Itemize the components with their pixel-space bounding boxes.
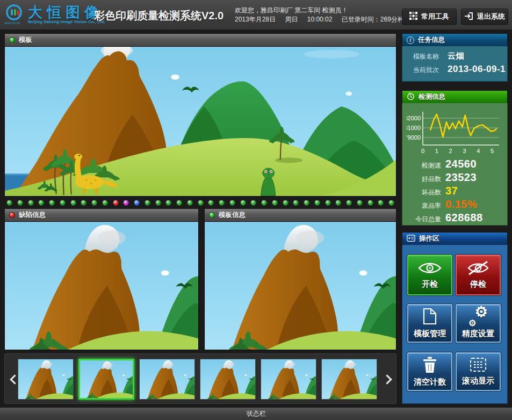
indicator-dot — [229, 200, 235, 206]
template-panel-header: 模板 — [4, 33, 396, 46]
stop-inspection-label: 停检 — [470, 279, 486, 289]
filmstrip-thumbnail[interactable] — [78, 359, 134, 400]
clear-count-label: 清空计数 — [414, 377, 446, 387]
defect-image — [4, 221, 199, 350]
operations-panel-header: 操作区 — [402, 232, 508, 245]
stat-value: 0.15% — [445, 198, 477, 211]
detect-info-body: 820008100079000012345 检测速 24560 好品数 2352… — [402, 103, 508, 226]
login-duration-text: 已登录时间：269分种 — [342, 16, 404, 23]
id-card-icon — [407, 235, 415, 243]
exit-system-button[interactable]: 退出系统 — [461, 9, 508, 25]
batch-value: 2013-06-09-1 — [448, 64, 506, 75]
filmstrip-thumbnail[interactable] — [200, 359, 256, 400]
logo-mark-text: IMAVISION — [4, 21, 20, 25]
indicator-dot — [123, 200, 129, 206]
status-bar: 状态栏 — [0, 407, 512, 420]
defect-panel-title: 缺陷信息 — [19, 211, 46, 220]
scroll-display-button[interactable]: 滚动显示 — [456, 352, 501, 391]
page-title: 彩色印刷质量检测系统V2.0 — [94, 9, 223, 23]
filmstrip-thumbnail[interactable] — [261, 359, 316, 400]
stop-inspection-button[interactable]: 停检 — [456, 255, 501, 295]
clear-count-button[interactable]: 清空计数 — [407, 352, 452, 391]
green-status-orb-icon — [9, 37, 15, 43]
indicator-dot — [293, 200, 299, 206]
indicator-dot — [272, 200, 278, 206]
stat-label: 好品数 — [402, 175, 441, 184]
indicator-dot — [113, 200, 119, 206]
common-tools-button[interactable]: 常用工具 — [402, 9, 457, 25]
speed-line-chart: 820008100079000012345 — [407, 107, 504, 158]
indicator-dot — [367, 200, 373, 206]
operations-title: 操作区 — [419, 234, 439, 243]
grid-icon — [409, 12, 417, 21]
batch-label: 当前批次 — [413, 66, 443, 75]
template-image — [4, 46, 396, 197]
indicator-dot — [176, 200, 182, 206]
filmstrip-thumbnail[interactable] — [139, 359, 195, 400]
eye-icon — [417, 260, 442, 277]
filmstrip-thumbnail[interactable] — [18, 359, 74, 400]
stat-label: 检测速 — [402, 161, 441, 170]
red-status-orb-icon — [9, 212, 15, 218]
indicator-dot — [325, 200, 331, 206]
indicator-dot — [134, 200, 140, 206]
date-text: 2013年月28日 — [235, 16, 276, 23]
scroll-right-chevron-icon[interactable] — [382, 374, 392, 384]
indicator-dot — [208, 200, 214, 206]
detect-stats: 检测速 24560 好品数 23523 坏品数 37 废品率 0.15% 今日总… — [402, 158, 508, 225]
green-status-orb-icon — [209, 212, 215, 218]
template-info-panel-header: 模板信息 — [204, 208, 396, 221]
scroll-display-label: 滚动显示 — [462, 376, 494, 386]
daheng-logo-icon: IMAVISION — [4, 4, 25, 25]
svg-text:79000: 79000 — [407, 134, 421, 141]
indicator-dots — [4, 197, 396, 208]
logout-icon — [464, 12, 473, 22]
indicator-dot — [49, 200, 55, 206]
task-info-body: 模板名称 云烟 当前批次 2013-06-09-1 — [402, 46, 508, 82]
indicator-dot — [102, 200, 108, 206]
indicator-dot — [335, 200, 341, 206]
svg-text:5: 5 — [491, 148, 494, 154]
common-tools-label: 常用工具 — [421, 12, 449, 21]
stat-value: 24560 — [445, 158, 477, 170]
template-info-image — [204, 221, 396, 350]
template-panel-title: 模板 — [19, 35, 32, 45]
stat-row: 检测速 24560 — [402, 158, 508, 171]
svg-text:0: 0 — [421, 148, 424, 154]
eye-off-icon — [466, 260, 491, 277]
indicator-dot — [81, 200, 86, 206]
indicator-dot — [283, 200, 289, 206]
detect-info-title: 检测信息 — [419, 92, 445, 102]
precision-settings-button[interactable]: ⚙⚙ 精度设置 — [456, 304, 501, 343]
indicator-dot — [17, 200, 23, 206]
svg-text:82000: 82000 — [407, 115, 421, 121]
document-icon — [422, 308, 438, 327]
precision-settings-label: 精度设置 — [462, 329, 494, 339]
indicator-dot — [155, 200, 161, 206]
status-bar-label: 状态栏 — [247, 409, 266, 418]
indicator-dot — [250, 200, 256, 206]
gears-icon: ⚙⚙ — [468, 308, 488, 327]
operations-body: 开检 停检 模板管理 ⚙⚙ — [402, 245, 508, 404]
stat-row: 好品数 23523 — [402, 171, 508, 185]
filmstrip-thumbnail[interactable] — [321, 359, 377, 400]
svg-text:4: 4 — [477, 148, 480, 154]
indicator-dot — [219, 200, 225, 206]
stat-value: 23523 — [445, 171, 477, 184]
indicator-dot — [38, 200, 44, 206]
template-manage-label: 模板管理 — [414, 329, 446, 339]
svg-text:1: 1 — [435, 148, 438, 154]
template-info-panel-title: 模板信息 — [219, 211, 246, 220]
indicator-dot — [145, 200, 150, 206]
task-info-panel-header: i 任务信息 — [402, 33, 508, 46]
svg-text:3: 3 — [463, 148, 466, 154]
svg-text:2: 2 — [449, 148, 452, 154]
stat-label: 废品率 — [402, 201, 441, 211]
svg-text:81000: 81000 — [407, 125, 421, 131]
info-icon: i — [407, 37, 414, 44]
indicator-dot — [304, 200, 309, 206]
indicator-dot — [198, 200, 204, 206]
template-manage-button[interactable]: 模板管理 — [407, 304, 452, 343]
start-inspection-button[interactable]: 开检 — [407, 255, 452, 295]
detect-info-panel-header: 检测信息 — [402, 90, 508, 103]
